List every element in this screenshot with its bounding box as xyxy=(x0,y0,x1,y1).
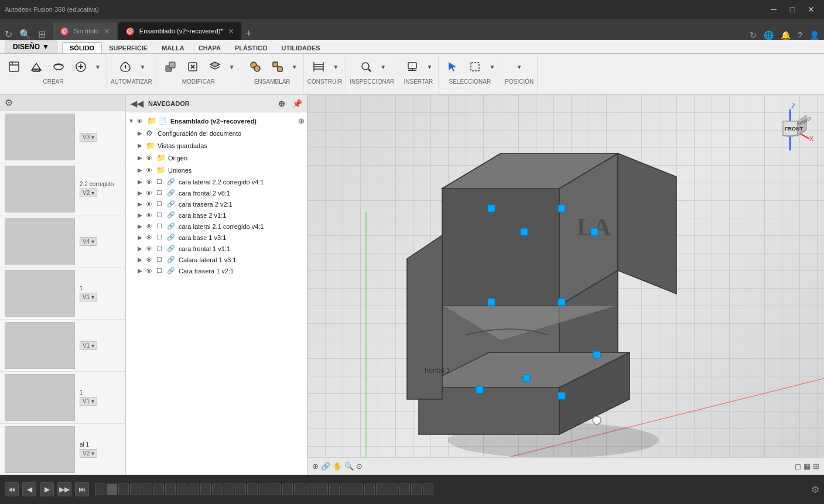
anim-prev-button[interactable]: ◀ xyxy=(22,482,36,496)
navigator-pin-icon[interactable]: 📌 xyxy=(292,99,302,108)
orientation-cube[interactable]: Z X FRONT RIGHT xyxy=(765,104,815,153)
navigator-root-item[interactable]: ▼ 👁 📁 📄 Ensamblado (v2~recovered) ⊕ xyxy=(126,115,307,127)
ribbon-tab-solido[interactable]: SÓLIDO xyxy=(62,42,102,53)
crear-dropdown[interactable]: ▼ xyxy=(93,56,103,77)
nav-item-cara-frontal-2[interactable]: ▶ 👁 ☐ 🔗 cara frontal 2 v8:1 xyxy=(126,187,307,198)
nav-check-icon[interactable]: ☐ xyxy=(156,267,166,275)
tab-sin-titulo[interactable]: 🎯 Sin título ✕ xyxy=(53,22,117,40)
nav-eye-icon[interactable]: 👁 xyxy=(146,201,155,208)
help-button[interactable]: ? xyxy=(795,30,805,40)
viewport[interactable]: LA xyxy=(307,95,824,504)
nav-check-icon[interactable]: ☐ xyxy=(156,256,166,263)
display-icon[interactable]: ◻ xyxy=(795,462,801,471)
seleccionar-extra[interactable] xyxy=(464,56,485,77)
version-dropdown[interactable]: V1 ▾ xyxy=(80,293,97,301)
tab-ensamblado-close[interactable]: ✕ xyxy=(228,27,234,36)
anim-frame-11[interactable] xyxy=(212,484,223,495)
ensamblar-icon1[interactable] xyxy=(245,56,266,77)
anim-frame-10[interactable] xyxy=(200,484,211,495)
anim-settings-icon[interactable]: ⚙ xyxy=(811,484,819,495)
anim-frame-1[interactable] xyxy=(95,484,105,495)
nav-eye-icon[interactable]: 👁 xyxy=(146,245,155,252)
crear-new-icon[interactable] xyxy=(4,56,25,77)
ensamblar-dropdown[interactable]: ▼ xyxy=(289,56,300,77)
nav-item-cara-lateral-22[interactable]: ▶ 👁 ☐ 🔗 cara lateral 2.2 corregido v4:1 xyxy=(126,176,307,187)
anim-frame-24[interactable] xyxy=(364,484,375,495)
nav-item-cara-base-1[interactable]: ▶ 👁 ☐ 🔗 cara base 1 v3:1 xyxy=(126,232,307,243)
hand-icon[interactable]: ✋ xyxy=(333,462,342,471)
nav-eye-icon[interactable]: 👁 xyxy=(146,155,155,162)
anim-frame-23[interactable] xyxy=(353,484,363,495)
anim-frame-27[interactable] xyxy=(399,484,410,495)
anim-frame-13[interactable] xyxy=(235,484,246,495)
maximize-button[interactable]: □ xyxy=(784,3,801,16)
grid-toggle-icon[interactable]: ▦ xyxy=(804,462,811,471)
anim-frame-7[interactable] xyxy=(165,484,176,495)
version-dropdown[interactable]: V3 ▾ xyxy=(80,133,97,142)
automatizar-icon[interactable] xyxy=(115,56,136,77)
list-item[interactable]: 1 V1 ▾ xyxy=(0,372,125,424)
window-controls[interactable]: ─ □ ✕ xyxy=(765,3,819,16)
list-item[interactable]: 2.2 corregido V2 ▾ xyxy=(0,163,125,215)
online-button[interactable]: 🌐 xyxy=(761,30,776,40)
tab-ensamblado[interactable]: 🎯 Ensamblado (v2~recovered)* ✕ xyxy=(118,22,241,40)
anim-to-start-button[interactable]: ⏮ xyxy=(5,482,19,496)
inspeccionar-icon[interactable] xyxy=(355,56,377,77)
grid-button[interactable]: ⊞ xyxy=(36,29,48,40)
snap-icon[interactable]: ⊕ xyxy=(312,462,319,471)
nav-check-icon[interactable]: ☐ xyxy=(156,200,166,208)
nav-check-icon[interactable]: ☐ xyxy=(156,245,166,252)
anim-frame-25[interactable] xyxy=(376,484,387,495)
anim-to-end-button[interactable]: ⏭ xyxy=(75,482,89,496)
version-dropdown[interactable]: V1 ▾ xyxy=(80,397,97,406)
ribbon-tab-chapa[interactable]: CHAPA xyxy=(192,43,228,53)
anim-frame-26[interactable] xyxy=(388,484,398,495)
settings-icon[interactable]: ⚙ xyxy=(5,97,13,108)
nav-item-cara-frontal-1[interactable]: ▶ 👁 ☐ 🔗 cara frontal 1 v1:1 xyxy=(126,243,307,254)
crear-revolve-icon[interactable] xyxy=(48,56,69,77)
ribbon-tab-malla[interactable]: MALLA xyxy=(155,43,192,53)
crear-extra-icon[interactable] xyxy=(70,56,91,77)
nav-check-icon[interactable]: ☐ xyxy=(156,234,166,241)
search-button[interactable]: 🔍 xyxy=(17,29,33,40)
zoom-icon[interactable]: 🔍 xyxy=(344,462,354,471)
nav-item-vistas[interactable]: ▶ 📁 Vistas guardadas xyxy=(126,139,307,152)
anim-frame-21[interactable] xyxy=(329,484,340,495)
link-icon[interactable]: 🔗 xyxy=(321,462,330,471)
anim-frame-29[interactable] xyxy=(423,484,433,495)
nav-eye-icon[interactable]: 👁 xyxy=(136,118,146,125)
insertar-icon[interactable] xyxy=(402,56,423,77)
tab-sin-titulo-close[interactable]: ✕ xyxy=(104,27,110,36)
new-tab-button[interactable]: + xyxy=(242,28,256,40)
3d-model-svg[interactable]: LA xyxy=(395,142,700,469)
seleccionar-icon[interactable] xyxy=(442,56,463,77)
nav-item-cara-lateral-21[interactable]: ▶ 👁 ☐ 🔗 cara lateral 2.1 corregido v4:1 xyxy=(126,221,307,232)
anim-play-button[interactable]: ▶ xyxy=(40,482,54,496)
inspeccionar-dropdown[interactable]: ▼ xyxy=(378,56,388,77)
nav-item-cara-trasera-1[interactable]: ▶ 👁 ☐ 🔗 Cara trasera 1 v2:1 xyxy=(126,265,307,276)
ribbon-tab-utilidades[interactable]: UTILIDADES xyxy=(275,43,327,53)
anim-frame-18[interactable] xyxy=(294,484,305,495)
insertar-dropdown[interactable]: ▼ xyxy=(424,56,435,77)
anim-frame-8[interactable] xyxy=(177,484,187,495)
nav-eye-icon[interactable]: 👁 xyxy=(146,234,155,241)
refresh-button[interactable]: ↻ xyxy=(2,29,15,40)
version-dropdown[interactable]: V1 ▾ xyxy=(80,341,97,350)
close-button[interactable]: ✕ xyxy=(803,3,819,16)
construir-icon[interactable] xyxy=(308,56,329,77)
anim-frame-4[interactable] xyxy=(130,484,141,495)
anim-frame-5[interactable] xyxy=(142,484,152,495)
nav-item-calara-lateral-1[interactable]: ▶ 👁 ☐ 🔗 Calara lateral 1 v3:1 xyxy=(126,254,307,265)
anim-frame-28[interactable] xyxy=(411,484,422,495)
ensamblar-icon2[interactable] xyxy=(267,56,288,77)
seleccionar-dropdown[interactable]: ▼ xyxy=(487,56,497,77)
anim-frame-9[interactable] xyxy=(189,484,199,495)
nav-eye-icon[interactable]: 👁 xyxy=(146,167,155,174)
view-cube-icon[interactable]: ⊞ xyxy=(813,462,819,471)
anim-next-button[interactable]: ▶▶ xyxy=(57,482,71,496)
minimize-button[interactable]: ─ xyxy=(765,3,782,16)
anim-frame-22[interactable] xyxy=(341,484,351,495)
anim-frame-19[interactable] xyxy=(306,484,316,495)
nav-check-icon[interactable]: ☐ xyxy=(156,178,166,186)
anim-frame-14[interactable] xyxy=(247,484,258,495)
